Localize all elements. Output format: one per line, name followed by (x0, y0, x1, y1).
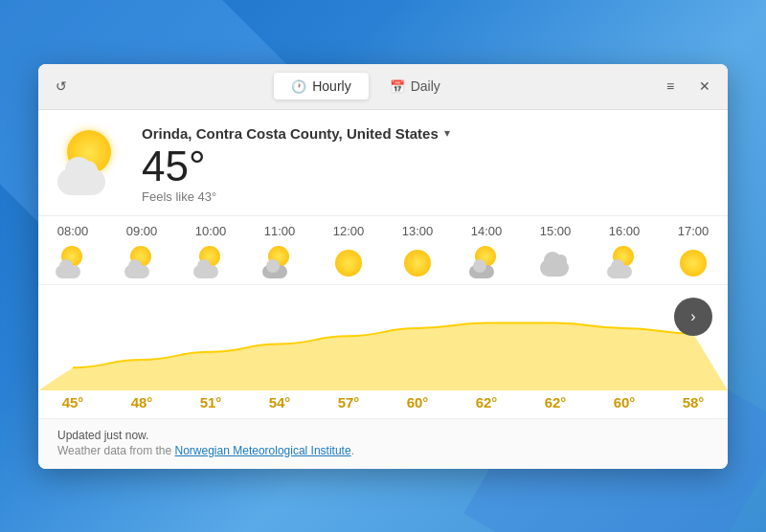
hour-time-4: 12:00 (333, 224, 365, 238)
hour-col-13:00: 13:00 (383, 216, 452, 284)
hour-col-10:00: 10:00 (176, 216, 245, 284)
hour-temp-3: 54° (245, 394, 314, 410)
hour-temps-row: 45°48°51°54°57°60°62°62°60°58° (38, 390, 728, 418)
updated-text: Updated just now. (57, 429, 709, 442)
footer: Updated just now. Weather data from the … (38, 418, 728, 469)
hour-icon-7 (538, 246, 573, 280)
hour-col-12:00: 12:00 (314, 216, 383, 284)
current-weather-icon (57, 130, 126, 199)
hour-time-2: 10:00 (195, 224, 227, 238)
hour-icon-1 (124, 246, 159, 280)
close-icon: ✕ (699, 78, 710, 94)
hour-col-15:00: 15:00 (521, 216, 590, 284)
next-button[interactable]: › (674, 298, 712, 336)
hour-icon-6 (469, 246, 504, 280)
location-dropdown-arrow[interactable]: ▾ (444, 126, 450, 140)
hour-time-8: 16:00 (609, 224, 641, 238)
hour-time-0: 08:00 (57, 224, 89, 238)
location-name[interactable]: Orinda, Contra Costa County, United Stat… (142, 125, 439, 142)
refresh-button[interactable]: ↺ (46, 71, 77, 101)
source-prefix: Weather data from the (57, 444, 175, 457)
hour-temp-0: 45° (38, 394, 107, 410)
hour-col-17:00: 17:00 (659, 216, 728, 284)
titlebar-actions: ≡ ✕ (655, 71, 720, 101)
hour-col-14:00: 14:00 (452, 216, 521, 284)
hour-temp-6: 62° (452, 394, 521, 410)
tab-daily[interactable]: 📅 Daily (372, 73, 458, 100)
hour-icon-2 (193, 246, 228, 280)
feels-like: Feels like 43° (142, 189, 709, 204)
chevron-right-icon: › (690, 308, 695, 325)
tab-bar: 🕐 Hourly 📅 Daily (77, 73, 655, 100)
hour-temp-5: 60° (383, 394, 452, 410)
weather-header: Orinda, Contra Costa County, United Stat… (38, 110, 728, 215)
hour-icon-8 (607, 246, 642, 280)
hour-col-08:00: 08:00 (38, 216, 107, 284)
hour-col-11:00: 11:00 (245, 216, 314, 284)
hour-icon-0 (56, 246, 90, 280)
source-text: Weather data from the Norwegian Meteorol… (57, 444, 709, 457)
hour-temp-7: 62° (521, 394, 590, 410)
hour-icon-4 (331, 246, 366, 280)
titlebar: ↺ 🕐 Hourly 📅 Daily ≡ ✕ (38, 64, 728, 110)
source-link[interactable]: Norwegian Meteorological Institute (175, 444, 351, 457)
weather-info: Orinda, Contra Costa County, United Stat… (142, 125, 709, 204)
source-suffix: . (351, 444, 354, 457)
hour-temp-2: 51° (176, 394, 245, 410)
hour-time-1: 09:00 (126, 224, 158, 238)
hour-temp-9: 58° (659, 394, 728, 410)
menu-icon: ≡ (666, 78, 674, 94)
hour-time-3: 11:00 (264, 224, 296, 238)
hour-temp-1: 48° (107, 394, 176, 410)
hour-time-6: 14:00 (471, 224, 503, 238)
hour-icon-3 (262, 246, 297, 280)
tab-hourly-label: Hourly (312, 78, 350, 94)
tab-daily-label: Daily (411, 78, 440, 94)
hour-time-5: 13:00 (402, 224, 434, 238)
hour-col-09:00: 09:00 (107, 216, 176, 284)
hourly-container: 08:0009:0010:0011:0012:0013:0014:0015:00… (38, 215, 728, 418)
temp-curve-area (38, 285, 728, 390)
hour-icon-5 (400, 246, 435, 280)
refresh-icon: ↺ (56, 78, 67, 94)
hour-temp-4: 57° (314, 394, 383, 410)
calendar-icon: 📅 (390, 79, 405, 94)
hour-temp-8: 60° (590, 394, 659, 410)
tab-hourly[interactable]: 🕐 Hourly (274, 73, 368, 100)
location-row: Orinda, Contra Costa County, United Stat… (142, 125, 709, 142)
weather-window: ↺ 🕐 Hourly 📅 Daily ≡ ✕ (38, 64, 728, 469)
hour-time-9: 17:00 (678, 224, 710, 238)
hour-labels-row: 08:0009:0010:0011:0012:0013:0014:0015:00… (38, 216, 728, 285)
close-button[interactable]: ✕ (689, 71, 720, 101)
current-temperature: 45° (142, 145, 709, 188)
clock-icon: 🕐 (291, 79, 306, 94)
hour-time-7: 15:00 (540, 224, 572, 238)
menu-button[interactable]: ≡ (655, 71, 686, 101)
hour-icon-9 (676, 246, 710, 280)
hour-col-16:00: 16:00 (590, 216, 659, 284)
